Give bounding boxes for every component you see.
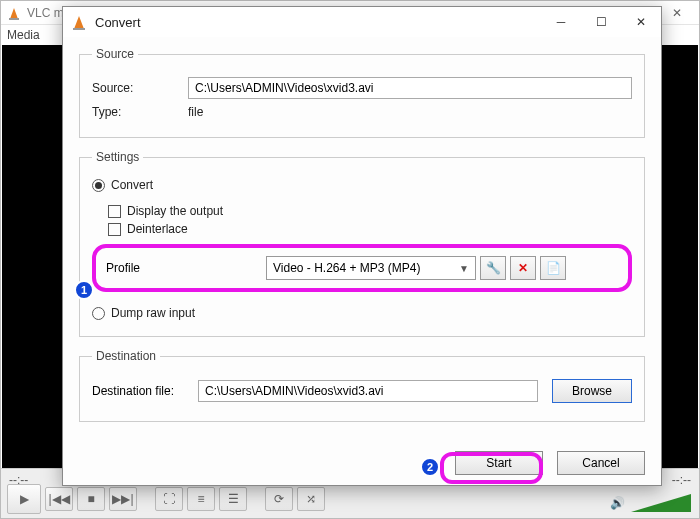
dialog-close-button[interactable]: ✕	[621, 7, 661, 37]
stop-button[interactable]: ■	[77, 487, 105, 511]
profile-value: Video - H.264 + MP3 (MP4)	[273, 261, 421, 275]
step1-highlight: Profile Video - H.264 + MP3 (MP4) ▼ 🔧 ✕ …	[92, 244, 632, 292]
play-button[interactable]: ▶	[7, 484, 41, 514]
prev-button[interactable]: |◀◀	[45, 487, 73, 511]
display-output-checkbox[interactable]: Display the output	[108, 204, 632, 218]
browse-button[interactable]: Browse	[552, 379, 632, 403]
type-label: Type:	[92, 105, 182, 119]
settings-legend: Settings	[92, 150, 143, 164]
wrench-icon: 🔧	[486, 261, 501, 275]
shuffle-button[interactable]: ⤮	[297, 487, 325, 511]
profile-label: Profile	[106, 261, 266, 275]
chevron-down-icon: ▼	[459, 263, 469, 274]
vlc-cone-icon	[71, 14, 87, 30]
convert-dialog: Convert ─ ☐ ✕ Source Source: Type: file …	[62, 6, 662, 486]
display-output-label: Display the output	[127, 204, 223, 218]
menu-media[interactable]: Media	[7, 28, 40, 42]
next-button[interactable]: ▶▶|	[109, 487, 137, 511]
deinterlace-checkbox[interactable]: Deinterlace	[108, 222, 632, 236]
source-legend: Source	[92, 47, 138, 61]
dialog-title: Convert	[95, 15, 541, 30]
delete-profile-button[interactable]: ✕	[510, 256, 536, 280]
annotation-step-2: 2	[420, 457, 440, 477]
close-icon: ✕	[518, 261, 528, 275]
svg-marker-0	[10, 8, 18, 19]
dialog-maximize-button[interactable]: ☐	[581, 7, 621, 37]
destination-label: Destination file:	[92, 384, 192, 398]
new-profile-button[interactable]: 📄	[540, 256, 566, 280]
convert-radio[interactable]: Convert	[92, 178, 632, 192]
settings-group: Settings Convert Display the output Dein…	[79, 150, 645, 337]
source-label: Source:	[92, 81, 182, 95]
edit-profile-button[interactable]: 🔧	[480, 256, 506, 280]
dialog-titlebar: Convert ─ ☐ ✕	[63, 7, 661, 37]
dump-raw-label: Dump raw input	[111, 306, 195, 320]
svg-rect-1	[9, 18, 19, 20]
speaker-icon[interactable]: 🔊	[610, 496, 625, 510]
deinterlace-label: Deinterlace	[127, 222, 188, 236]
fullscreen-button[interactable]: ⛶	[155, 487, 183, 511]
total-time: --:--	[672, 473, 691, 487]
show-playlist-button[interactable]: ☰	[219, 487, 247, 511]
destination-group: Destination Destination file: Browse	[79, 349, 645, 422]
annotation-step-1: 1	[74, 280, 94, 300]
volume-slider[interactable]	[631, 494, 691, 512]
convert-radio-label: Convert	[111, 178, 153, 192]
source-group: Source Source: Type: file	[79, 47, 645, 138]
cancel-button[interactable]: Cancel	[557, 451, 645, 475]
loop-button[interactable]: ⟳	[265, 487, 293, 511]
start-button[interactable]: Start	[455, 451, 543, 475]
dump-raw-radio[interactable]: Dump raw input	[92, 306, 632, 320]
new-doc-icon: 📄	[546, 261, 561, 275]
svg-rect-3	[73, 28, 85, 30]
settings-button[interactable]: ≡	[187, 487, 215, 511]
profile-combobox[interactable]: Video - H.264 + MP3 (MP4) ▼	[266, 256, 476, 280]
vlc-cone-icon	[7, 6, 21, 20]
type-value: file	[188, 105, 203, 119]
source-input[interactable]	[188, 77, 632, 99]
destination-input[interactable]	[198, 380, 538, 402]
destination-legend: Destination	[92, 349, 160, 363]
dialog-minimize-button[interactable]: ─	[541, 7, 581, 37]
svg-marker-2	[74, 16, 84, 29]
